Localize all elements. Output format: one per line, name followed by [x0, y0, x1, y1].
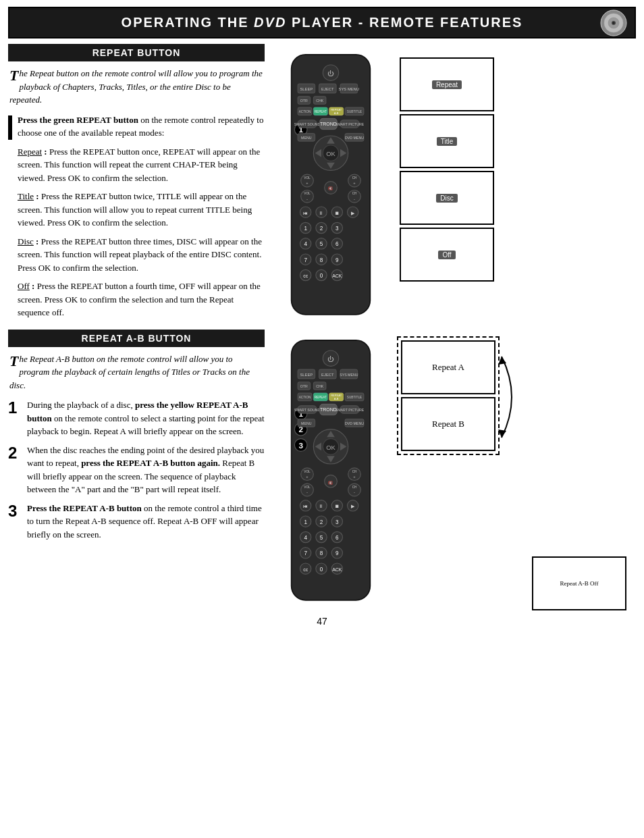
svg-text:⏹: ⏹ — [335, 211, 340, 215]
svg-text:VOL: VOL — [304, 486, 311, 489]
svg-text:CHK: CHK — [316, 384, 324, 388]
svg-text:SMART SOUND: SMART SOUND — [294, 122, 321, 126]
svg-text:3: 3 — [336, 226, 339, 232]
svg-text:0: 0 — [320, 273, 323, 279]
ab-screens-area: Repeat A Repeat B Repeat A-B Off — [397, 330, 626, 611]
svg-text:EJECT: EJECT — [321, 373, 334, 377]
step-bar — [8, 115, 12, 140]
repeat-ab-left: Repeat A-B Button The Repeat A-B button … — [8, 330, 265, 611]
svg-text:6: 6 — [336, 241, 339, 247]
svg-text:CH: CH — [352, 192, 357, 195]
svg-text:⏻: ⏻ — [328, 356, 335, 363]
svg-text:OTR: OTR — [300, 384, 308, 388]
svg-text:CH: CH — [352, 176, 357, 180]
svg-text:SYS MENU: SYS MENU — [339, 87, 359, 91]
ab-step2-content: When the disc reaches the ending point o… — [27, 444, 265, 496]
svg-text:+: + — [353, 475, 356, 479]
screen-disc: Disc — [400, 171, 494, 225]
screen-title-label: Title — [437, 137, 458, 146]
ab-step2-number: 2 — [8, 445, 22, 496]
bottom-half: Repeat A-B Button The Repeat A-B button … — [0, 330, 644, 611]
svg-text:9: 9 — [336, 257, 339, 263]
svg-text:SYS MENU: SYS MENU — [340, 373, 358, 377]
ab-step3-content: Press the REPEAT A-B button on the remot… — [27, 502, 265, 542]
svg-text:1: 1 — [304, 226, 307, 232]
screen-repeat-ab-off: Repeat A-B Off — [532, 556, 626, 610]
svg-text:6: 6 — [336, 535, 339, 541]
svg-text:VOL: VOL — [304, 469, 311, 473]
svg-text:⏸: ⏸ — [319, 504, 324, 508]
svg-text:8: 8 — [320, 550, 323, 556]
svg-text:-: - — [354, 490, 355, 494]
svg-text:cc: cc — [303, 273, 308, 278]
svg-text:🔇: 🔇 — [329, 186, 334, 191]
svg-text:ACTION: ACTION — [299, 396, 311, 399]
svg-text:EJECT: EJECT — [321, 87, 334, 91]
svg-text:4: 4 — [304, 535, 307, 541]
remote-bottom-area: ⏻ SLEEP EJECT SYS MENU OTR CHK ACTION RE… — [270, 330, 392, 611]
page-title: Operating the DVD Player - Remote Featur… — [23, 15, 621, 30]
svg-text:SLEEP: SLEEP — [300, 373, 313, 377]
svg-text:SLEEP: SLEEP — [300, 87, 313, 91]
remote-top-svg: ⏻ SLEEP EJECT SYS MENU OTR CHK ACTION RE… — [284, 51, 378, 319]
svg-text:SUBTITLE: SUBTITLE — [347, 396, 362, 399]
svg-text:-: - — [354, 197, 355, 201]
title-operating: Operating the — [122, 15, 249, 30]
repeat-sub-chapter: Repeat : Press the REPEAT button once, R… — [8, 145, 265, 185]
repeat-button-left: Repeat Button The Repeat button on the r… — [8, 44, 265, 325]
svg-text:A-B: A-B — [334, 111, 339, 115]
svg-text:A-B: A-B — [334, 397, 339, 400]
repeat-button-heading: Repeat Button — [8, 44, 265, 61]
svg-text:cc: cc — [303, 567, 308, 571]
svg-text:5: 5 — [320, 241, 323, 247]
svg-text:🔇: 🔇 — [329, 480, 334, 486]
screen-repeat-b: Repeat B — [401, 397, 495, 451]
title-player: Player — [292, 15, 353, 30]
svg-text:MENU: MENU — [301, 136, 312, 140]
svg-text:2: 2 — [320, 519, 323, 525]
svg-text:CHK: CHK — [316, 99, 324, 103]
svg-text:⏮: ⏮ — [303, 211, 308, 215]
svg-text:SUBTITLE: SUBTITLE — [347, 110, 362, 113]
svg-text:+: + — [306, 181, 308, 185]
svg-text:7: 7 — [304, 550, 307, 556]
svg-text:-: - — [306, 197, 308, 201]
page-header: Operating the DVD Player - Remote Featur… — [8, 7, 636, 38]
ab-step3-number: 3 — [8, 503, 22, 542]
title-dvd: DVD — [254, 15, 286, 30]
svg-text:+: + — [306, 475, 308, 479]
svg-text:2: 2 — [320, 226, 323, 232]
ab-dashed-group: Repeat A Repeat B — [397, 336, 505, 611]
svg-marker-184 — [498, 357, 506, 365]
svg-text:⏸: ⏸ — [319, 211, 324, 215]
svg-text:3: 3 — [336, 519, 339, 525]
ab-step1: 1 During the playback of a disc, press t… — [8, 398, 265, 438]
svg-text:OK: OK — [326, 151, 336, 157]
svg-text:CH: CH — [352, 486, 357, 489]
repeat-sub-title: Title : Press the REPEAT button twice, T… — [8, 190, 265, 230]
svg-text:DVD MENU: DVD MENU — [345, 136, 364, 140]
svg-text:CH: CH — [352, 469, 357, 473]
svg-text:SMART SOUND: SMART SOUND — [294, 407, 321, 411]
repeat-ab-heading: Repeat A-B Button — [8, 330, 265, 347]
svg-text:REPEAT: REPEAT — [331, 108, 342, 111]
page-number: 47 — [0, 610, 644, 632]
svg-text:ACK: ACK — [332, 567, 342, 571]
remote-bottom-svg: ⏻ SLEEP EJECT SYS MENU OTR CHK ACTION RE… — [284, 336, 378, 604]
svg-text:OK: OK — [326, 444, 336, 451]
svg-text:VOL: VOL — [304, 192, 311, 195]
ab-step2: 2 When the disc reaches the ending point… — [8, 444, 265, 496]
svg-text:-: - — [306, 490, 308, 494]
svg-text:MENU: MENU — [301, 421, 312, 425]
svg-point-4 — [613, 22, 615, 24]
svg-text:⏹: ⏹ — [335, 504, 340, 508]
repeat-sub-disc: Disc : Press the REPEAT button three tim… — [8, 235, 265, 275]
svg-text:1: 1 — [304, 519, 307, 525]
svg-text:+: + — [353, 181, 356, 185]
svg-text:TROND: TROND — [320, 122, 337, 126]
svg-text:SMART PICTURE: SMART PICTURE — [336, 122, 365, 126]
svg-text:REPEAT: REPEAT — [315, 110, 327, 113]
screen-repeat-a-label: Repeat A — [432, 362, 464, 373]
svg-text:OTR: OTR — [300, 99, 308, 103]
ab-step1-content: During the playback of a disc, press the… — [27, 398, 265, 438]
